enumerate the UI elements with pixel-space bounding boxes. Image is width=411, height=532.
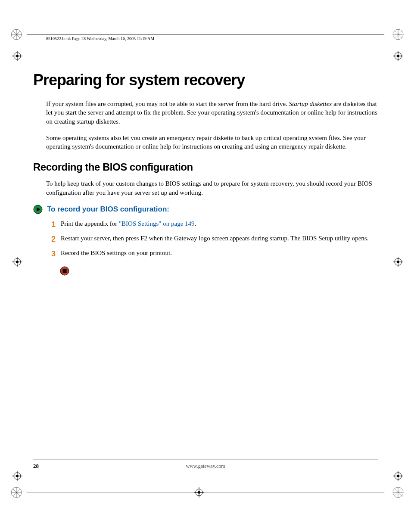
- rosette-icon: [10, 486, 22, 498]
- step-number: 3: [50, 249, 56, 259]
- register-mark-icon: [12, 257, 22, 267]
- cross-reference-link[interactable]: "BIOS Settings" on page 149: [119, 220, 195, 227]
- body-paragraph: If your system files are corrupted, you …: [46, 100, 378, 126]
- register-mark-icon: [393, 257, 403, 267]
- text: .: [195, 220, 196, 227]
- register-mark-icon: [12, 51, 22, 61]
- register-mark-icon: [194, 487, 204, 498]
- register-mark-icon: [393, 471, 403, 481]
- step-text: Print the appendix for "BIOS Settings" o…: [61, 219, 378, 230]
- list-item: 3 Record the BIOS settings on your print…: [50, 249, 378, 259]
- register-mark-icon: [393, 51, 403, 61]
- crop-line: [27, 492, 384, 492]
- page-frame: 8510522.book Page 28 Wednesday, March 16…: [33, 34, 378, 480]
- step-text: Record the BIOS settings on your printou…: [61, 249, 378, 259]
- page-number: 28: [33, 463, 39, 470]
- register-mark-icon: [12, 471, 22, 481]
- section-heading: Recording the BIOS configuration: [33, 161, 378, 173]
- body-paragraph: Some operating systems also let you crea…: [46, 134, 378, 151]
- keycap: F2: [140, 235, 147, 242]
- svg-rect-51: [63, 269, 67, 273]
- list-item: 1 Print the appendix for "BIOS Settings"…: [50, 219, 378, 230]
- text: If your system files are corrupted, you …: [46, 100, 289, 107]
- procedure-title: To record your BIOS configuration:: [47, 205, 169, 214]
- text: when the Gateway logo screen appears dur…: [147, 235, 368, 242]
- page-footer: 28 www.gateway.com: [33, 460, 378, 470]
- text: Restart your server, then press: [61, 235, 140, 242]
- footer-url: www.gateway.com: [186, 463, 225, 470]
- step-text: Restart your server, then press F2 when …: [61, 234, 378, 244]
- step-number: 1: [50, 219, 56, 230]
- step-number: 2: [50, 234, 56, 244]
- text: Print the appendix for: [61, 220, 119, 227]
- rosette-icon: [392, 486, 404, 498]
- list-item: 2 Restart your server, then press F2 whe…: [50, 234, 378, 244]
- italic-term: Startup diskettes: [289, 100, 332, 107]
- step-list: 1 Print the appendix for "BIOS Settings"…: [50, 219, 378, 259]
- page-title: Preparing for system recovery: [33, 71, 378, 89]
- play-icon: [33, 205, 43, 214]
- running-head: 8510522.book Page 28 Wednesday, March 16…: [46, 34, 378, 45]
- rosette-icon: [392, 28, 404, 40]
- procedure-heading: To record your BIOS configuration:: [33, 205, 378, 214]
- body-paragraph: To help keep track of your custom change…: [46, 179, 378, 197]
- stop-icon: [60, 266, 69, 276]
- rosette-icon: [10, 28, 22, 40]
